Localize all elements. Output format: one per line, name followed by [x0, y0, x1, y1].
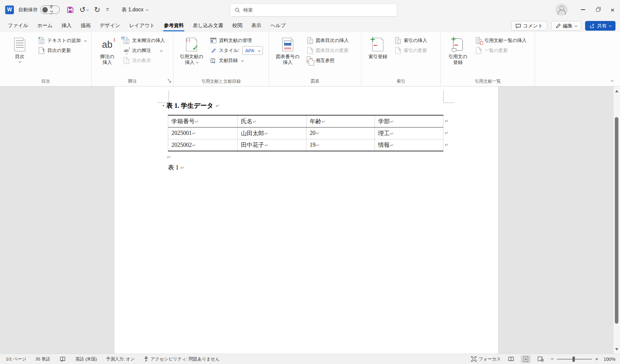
- header-cell[interactable]: 年齢: [310, 118, 321, 125]
- collapse-ribbon-button[interactable]: [611, 77, 613, 83]
- read-mode-button[interactable]: [506, 355, 516, 363]
- table-row[interactable]: 2025002↵ 田中花子↵ 19↵ 情報↵: [168, 139, 443, 151]
- tab-references[interactable]: 参考資料: [159, 20, 188, 32]
- below-table-text[interactable]: 表 1 ↵: [168, 163, 184, 172]
- insert-table-of-figures-button[interactable]: 図表目次の挿入: [305, 35, 351, 46]
- table-cell[interactable]: 山田太郎: [241, 130, 264, 136]
- margin-cropmark-right-h: [443, 103, 455, 103]
- text-prediction-indicator[interactable]: 予測入力: オン: [106, 356, 135, 362]
- tab-file[interactable]: ファイル: [3, 20, 33, 32]
- save-button[interactable]: [67, 6, 74, 13]
- insert-citation-button[interactable]: (-) ✓ 引用文献の 挿入: [177, 35, 206, 66]
- zoom-slider[interactable]: [557, 359, 592, 359]
- search-input[interactable]: 検索: [230, 4, 397, 16]
- insert-footnote-button[interactable]: ab1 脚注の 挿入: [95, 35, 119, 66]
- table-cell[interactable]: 理工: [378, 130, 390, 136]
- table-cell[interactable]: 2025002: [171, 142, 192, 148]
- tab-insert[interactable]: 挿入: [57, 20, 76, 32]
- web-layout-button[interactable]: [536, 355, 545, 363]
- update-toc-button[interactable]: ！ 目次の更新: [36, 46, 88, 56]
- table-row[interactable]: 2025001↵ 山田太郎↵ 20↵ 理工↵: [168, 127, 443, 139]
- accessibility-icon: [144, 356, 149, 362]
- toc-button[interactable]: 目次: [9, 35, 30, 63]
- next-footnote-button[interactable]: ab1→ 次の脚注: [121, 46, 167, 56]
- accessibility-status[interactable]: アクセシビリティ: 問題ありません: [144, 356, 220, 362]
- word-app-icon[interactable]: W: [5, 5, 14, 14]
- comments-button[interactable]: コメント: [511, 21, 547, 31]
- editing-mode-button[interactable]: 編集: [551, 21, 581, 31]
- table-cell[interactable]: 19: [310, 142, 315, 148]
- tab-help[interactable]: ヘルプ: [266, 20, 290, 32]
- mark-entry-button[interactable]: ＋ − 索引登録: [365, 35, 391, 60]
- tab-draw[interactable]: 描画: [76, 20, 95, 32]
- insert-index-button[interactable]: 索引の挿入: [392, 35, 429, 46]
- table-cell[interactable]: 20: [310, 130, 315, 136]
- restore-button[interactable]: [590, 2, 605, 17]
- proofing-icon[interactable]: [59, 356, 66, 363]
- word-count[interactable]: 35 単語: [36, 356, 50, 362]
- zoom-level[interactable]: 100%: [604, 357, 615, 362]
- document-page[interactable]: ▪ 表 1. 学生データ ↵ 学籍番号↵ 氏名↵ 年齢↵ 学部↵ 2025001…: [115, 86, 498, 354]
- print-layout-button[interactable]: [521, 355, 531, 363]
- insert-table-of-authorities-button[interactable]: 引用文献一覧の挿入: [473, 35, 529, 46]
- insert-toa-icon: [475, 37, 482, 44]
- manage-sources-button[interactable]: 資料文献の管理: [208, 35, 265, 46]
- header-cell[interactable]: 氏名: [241, 118, 253, 125]
- share-button[interactable]: 共有: [585, 21, 615, 31]
- redo-button[interactable]: ↻: [94, 6, 100, 14]
- citation-style-select[interactable]: APA: [242, 46, 263, 55]
- add-text-button[interactable]: ＋ テキストの追加: [36, 35, 88, 46]
- statusbar-right: フォーカス − + 100%: [466, 355, 615, 363]
- zoom-in-button[interactable]: +: [595, 356, 598, 362]
- tab-design[interactable]: デザイン: [95, 20, 125, 32]
- mark-citation-button[interactable]: ＋ − 引用文の 登録: [444, 35, 472, 66]
- close-button[interactable]: ×: [605, 2, 620, 17]
- table-header-row[interactable]: 学籍番号↵ 氏名↵ 年齢↵ 学部↵: [168, 115, 443, 127]
- minimize-button[interactable]: [575, 2, 590, 17]
- vertical-scrollbar[interactable]: [614, 86, 620, 354]
- focus-mode-button[interactable]: フォーカス: [471, 356, 501, 362]
- undo-button[interactable]: ↺: [79, 6, 88, 14]
- chevron-down-icon: [84, 39, 87, 42]
- tab-view[interactable]: 表示: [247, 20, 266, 32]
- scroll-down-button[interactable]: [614, 346, 620, 352]
- zoom-slider-thumb[interactable]: [573, 357, 575, 362]
- add-text-icon: ＋: [38, 37, 45, 44]
- table-cell[interactable]: 田中花子: [241, 142, 264, 148]
- insert-endnote-button[interactable]: [i] 文末脚注の挿入: [121, 35, 167, 46]
- scroll-up-button[interactable]: [614, 88, 620, 94]
- qat-customize-button[interactable]: [106, 8, 109, 11]
- table-cell[interactable]: 2025001: [171, 130, 192, 136]
- group-citations-bibliography: (-) ✓ 引用文献の 挿入 資料文献の管理 スタイル:: [173, 32, 269, 86]
- scrollbar-thumb[interactable]: [615, 117, 618, 324]
- footnotes-dialog-launcher[interactable]: [168, 78, 171, 84]
- cross-reference-button[interactable]: − 相互参照: [305, 56, 351, 66]
- header-cell[interactable]: 学部: [378, 118, 390, 125]
- bibliography-button[interactable]: 文献目録: [208, 56, 265, 66]
- ribbon-tab-row: ファイル ホーム 挿入 描画 デザイン レイアウト 参考資料 差し込み文書 校閲…: [0, 19, 620, 32]
- restore-icon: [596, 8, 600, 12]
- mark-citation-icon: ＋ −: [450, 37, 466, 52]
- autosave-control[interactable]: 自動保存 オフ: [18, 5, 60, 14]
- margin-cropmark-right-v: [443, 90, 444, 103]
- student-data-table[interactable]: 学籍番号↵ 氏名↵ 年齢↵ 学部↵ 2025001↵ 山田太郎↵ 20↵ 理工↵…: [168, 115, 443, 151]
- table-caption[interactable]: ▪ 表 1. 学生データ ↵: [163, 101, 220, 110]
- language-indicator[interactable]: 英語 (米国): [75, 356, 97, 362]
- account-avatar[interactable]: [555, 4, 568, 16]
- page-indicator[interactable]: 1/1 ページ: [6, 356, 26, 362]
- tab-review[interactable]: 校閲: [228, 20, 247, 32]
- ribbon-references: 目次 ＋ テキストの追加 ！ 目次の更新 目次: [0, 32, 620, 86]
- table-cell[interactable]: 情報: [378, 142, 390, 148]
- header-cell[interactable]: 学籍番号: [171, 118, 195, 125]
- undo-icon: ↺: [79, 6, 86, 14]
- tab-mailings[interactable]: 差し込み文書: [188, 20, 228, 32]
- insert-caption-button[interactable]: 図表番号の 挿入: [272, 35, 303, 66]
- insert-endnote-icon: [i]: [123, 37, 130, 44]
- tab-layout[interactable]: レイアウト: [125, 20, 159, 32]
- document-title[interactable]: 表 1.docx: [122, 6, 148, 13]
- zoom-out-button[interactable]: −: [551, 356, 554, 362]
- update-toc-icon: ！: [38, 47, 45, 54]
- autosave-toggle[interactable]: オフ: [40, 5, 60, 14]
- index-small-buttons: 索引の挿入 ！ 索引の更新: [392, 35, 429, 56]
- tab-home[interactable]: ホーム: [33, 20, 57, 32]
